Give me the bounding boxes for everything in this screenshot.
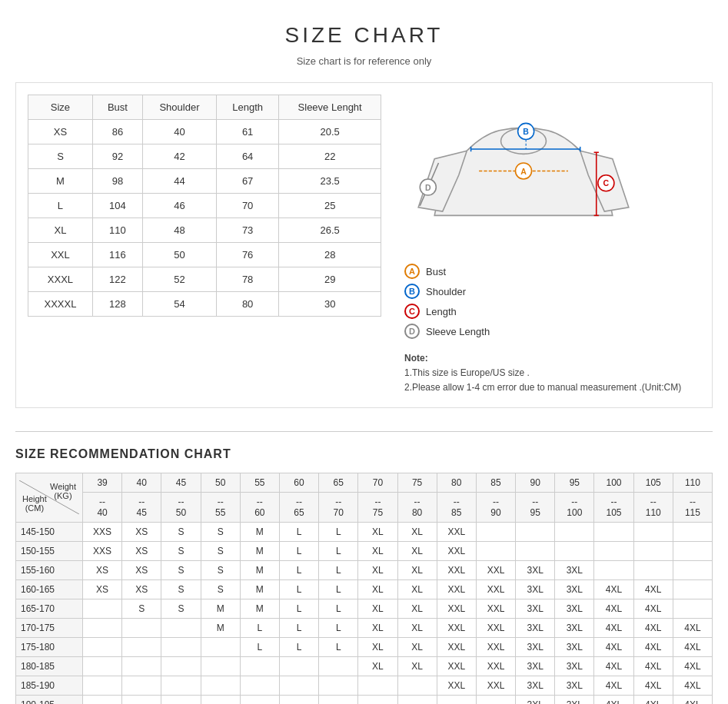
rec-cell: 4XL — [594, 656, 633, 676]
section-divider — [15, 431, 713, 432]
height-cell: 155-160 — [16, 560, 83, 579]
rec-cell — [673, 522, 712, 541]
rec-cell: 4XL — [633, 637, 673, 656]
rec-cell: 3XL — [516, 695, 555, 704]
weight-range-top: 65 — [319, 473, 358, 492]
rec-cell — [673, 579, 712, 599]
rec-cell: S — [161, 599, 201, 618]
weight-range-bottom: --115 — [673, 492, 712, 522]
rec-cell: 3XL — [516, 618, 555, 637]
rec-cell: XS — [122, 560, 161, 579]
rec-cell: XXL — [476, 579, 515, 599]
rec-cell: 3XL — [516, 656, 555, 676]
rec-cell — [279, 656, 318, 676]
rec-cell — [161, 618, 201, 637]
rec-cell: XS — [122, 579, 161, 599]
rec-cell: XXL — [476, 599, 515, 618]
legend-item: CLength — [404, 304, 490, 319]
table-cell: 64 — [216, 144, 278, 169]
rec-table-row: 190-1953XL3XL4XL4XL4XL — [16, 695, 713, 704]
rec-cell: 3XL — [555, 676, 594, 695]
rec-cell — [161, 676, 201, 695]
rec-cell: L — [279, 599, 318, 618]
table-row: M98446723.5 — [28, 169, 381, 194]
rec-cell — [319, 656, 358, 676]
table-cell: 22 — [279, 144, 381, 169]
table-row: XS86406120.5 — [28, 120, 381, 144]
rec-table-row: 170-175MLLLXLXLXXLXXL3XL3XL4XL4XL4XL — [16, 618, 713, 637]
rec-cell: XL — [397, 560, 437, 579]
rec-cell: XS — [122, 522, 161, 541]
weight-range-top: 70 — [358, 473, 397, 492]
rec-cell — [201, 637, 240, 656]
rec-cell: XXL — [437, 637, 476, 656]
table-row: L104467025 — [28, 194, 381, 218]
table-cell: 67 — [216, 169, 278, 194]
rec-cell — [201, 656, 240, 676]
rec-cell: XXL — [437, 579, 476, 599]
rec-cell: 4XL — [673, 695, 712, 704]
height-cell: 190-195 — [16, 695, 83, 704]
rec-cell — [673, 599, 712, 618]
diagram-container: A B C D — [404, 102, 643, 256]
table-cell: 116 — [92, 243, 142, 267]
table-cell: 78 — [216, 267, 278, 292]
weight-range-top: 95 — [555, 473, 594, 492]
rec-cell: XXL — [437, 560, 476, 579]
rec-cell: L — [279, 560, 318, 579]
rec-cell — [633, 560, 673, 579]
table-row: XL110487326.5 — [28, 218, 381, 243]
legend-label: Sleeve Length — [426, 326, 490, 337]
subtitle: Size chart is for reference only — [15, 55, 713, 67]
rec-cell — [83, 599, 122, 618]
weight-range-top: 55 — [240, 473, 279, 492]
rec-cell: 3XL — [555, 560, 594, 579]
rec-cell: 3XL — [555, 637, 594, 656]
rec-table-row: 180-185XLXLXXLXXL3XL3XL4XL4XL4XL — [16, 656, 713, 676]
table-cell: 104 — [92, 194, 142, 218]
rec-cell: XXL — [476, 560, 515, 579]
rec-cell — [633, 522, 673, 541]
rec-cell: XS — [83, 560, 122, 579]
rec-cell — [83, 637, 122, 656]
rec-cell: 4XL — [633, 618, 673, 637]
weight-range-bottom: --90 — [476, 492, 515, 522]
rec-cell — [161, 695, 201, 704]
rec-cell: XL — [358, 579, 397, 599]
table-cell: 52 — [143, 267, 217, 292]
table-cell: 110 — [92, 218, 142, 243]
table-cell: 46 — [143, 194, 217, 218]
height-cell: 185-190 — [16, 676, 83, 695]
size-table-header: Sleeve Lenght — [279, 95, 381, 120]
rec-cell: S — [161, 579, 201, 599]
rec-cell — [201, 695, 240, 704]
table-cell: 30 — [279, 292, 381, 317]
rec-cell: M — [201, 618, 240, 637]
diagram-section: A B C D ABustBShoulderCLengthDSleeve Len… — [397, 95, 700, 396]
weight-range-top: 100 — [594, 473, 633, 492]
rec-table-row: 150-155XXSXSSSMLLXLXLXXL — [16, 541, 713, 560]
rec-cell: XL — [397, 522, 437, 541]
table-row: XXXXL128548030 — [28, 292, 381, 317]
rec-cell — [555, 522, 594, 541]
table-cell: XS — [28, 120, 93, 144]
weight-range-bottom: --40 — [83, 492, 122, 522]
rec-cell: XXL — [437, 676, 476, 695]
rec-cell: 3XL — [516, 579, 555, 599]
table-cell: 80 — [216, 292, 278, 317]
rec-cell — [633, 541, 673, 560]
rec-cell — [319, 676, 358, 695]
rec-cell: S — [122, 599, 161, 618]
weight-range-bottom: --75 — [358, 492, 397, 522]
rec-cell: M — [240, 541, 279, 560]
weight-range-bottom: --65 — [279, 492, 318, 522]
rec-cell — [83, 618, 122, 637]
table-cell: 29 — [279, 267, 381, 292]
table-cell: XXXL — [28, 267, 93, 292]
rec-cell: XXL — [476, 656, 515, 676]
table-cell: 61 — [216, 120, 278, 144]
rec-cell: XL — [397, 599, 437, 618]
rec-cell: L — [319, 599, 358, 618]
rec-cell: 3XL — [555, 695, 594, 704]
rec-cell — [594, 560, 633, 579]
